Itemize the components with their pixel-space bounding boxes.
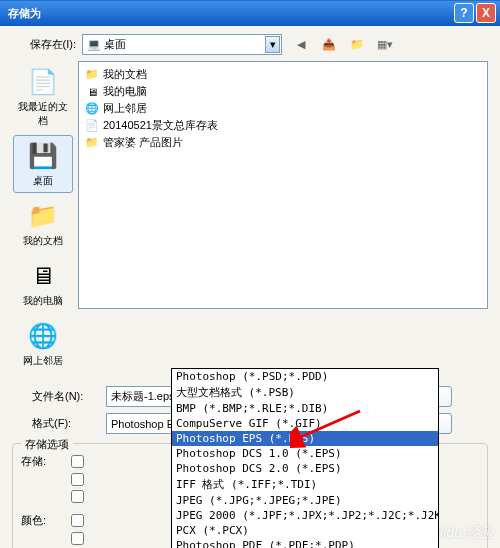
sidebar-item-network[interactable]: 🌐网上邻居 [13, 315, 73, 373]
format-option[interactable]: Photoshop EPS (*.EPS) [172, 431, 438, 446]
network-icon: 🌐 [85, 102, 99, 116]
window-title: 存储为 [4, 6, 452, 21]
sidebar-item-desktop[interactable]: 💾桌面 [13, 135, 73, 193]
format-option[interactable]: Photoshop (*.PSD;*.PDD) [172, 369, 438, 384]
main-area: 📄我最近的文档 💾桌面 📁我的文档 🖥我的电脑 🌐网上邻居 📁我的文档 🖥我的电… [12, 61, 488, 373]
save-in-value: 桌面 [104, 37, 126, 52]
computer-icon: 🖥 [85, 85, 99, 99]
list-item[interactable]: 📁我的文档 [83, 66, 483, 83]
format-option[interactable]: Photoshop DCS 2.0 (*.EPS) [172, 461, 438, 476]
up-button[interactable]: 📤 [320, 36, 338, 54]
store-checkbox-3[interactable] [71, 473, 84, 486]
list-item[interactable]: 📄20140521景文总库存表 [83, 117, 483, 134]
format-option[interactable]: Photoshop PDF (*.PDF;*.PDP) [172, 538, 438, 548]
save-in-combo[interactable]: 💻 桌面 ▾ [82, 34, 282, 55]
dialog-body: 保存在(I): 💻 桌面 ▾ ◀ 📤 📁 ▦▾ 📄我最近的文档 💾桌面 📁我的文… [0, 26, 500, 548]
format-option[interactable]: CompuServe GIF (*.GIF) [172, 416, 438, 431]
view-menu-button[interactable]: ▦▾ [376, 36, 394, 54]
desktop-icon: 💻 [87, 38, 101, 51]
chevron-down-icon[interactable]: ▾ [265, 36, 280, 53]
list-item[interactable]: 🌐网上邻居 [83, 100, 483, 117]
store-checkbox-1[interactable] [71, 455, 84, 468]
toolbar: ◀ 📤 📁 ▦▾ [292, 36, 394, 54]
places-sidebar: 📄我最近的文档 💾桌面 📁我的文档 🖥我的电脑 🌐网上邻居 [12, 61, 74, 373]
store-label: 存储: [21, 454, 65, 469]
folder-icon: 📁 [27, 200, 59, 232]
format-dropdown-list[interactable]: Photoshop (*.PSD;*.PDD)大型文档格式 (*.PSB)BMP… [171, 368, 439, 548]
options-legend: 存储选项 [21, 437, 73, 452]
recent-docs-icon: 📄 [27, 66, 59, 98]
format-option[interactable]: IFF 格式 (*.IFF;*.TDI) [172, 476, 438, 493]
format-label: 格式(F): [12, 416, 106, 431]
color-label: 颜色: [21, 513, 65, 528]
file-list[interactable]: 📁我的文档 🖥我的电脑 🌐网上邻居 📄20140521景文总库存表 📁管家婆 产… [78, 61, 488, 309]
format-option[interactable]: PCX (*.PCX) [172, 523, 438, 538]
file-icon: 📄 [85, 119, 99, 133]
desktop-icon: 💾 [27, 140, 59, 172]
color-checkbox-2[interactable] [71, 532, 84, 545]
filename-value: 未标题-1.eps [111, 389, 175, 404]
color-checkbox-1[interactable] [71, 514, 84, 527]
sidebar-item-mycomputer[interactable]: 🖥我的电脑 [13, 255, 73, 313]
format-option[interactable]: Photoshop DCS 1.0 (*.EPS) [172, 446, 438, 461]
format-option[interactable]: JPEG 2000 (*.JPF;*.JPX;*.JP2;*.J2C;*.J2K… [172, 508, 438, 523]
close-button[interactable]: X [476, 3, 496, 23]
computer-icon: 🖥 [27, 260, 59, 292]
filename-label: 文件名(N): [12, 389, 106, 404]
list-item[interactable]: 📁管家婆 产品图片 [83, 134, 483, 151]
help-button[interactable]: ? [454, 3, 474, 23]
list-item[interactable]: 🖥我的电脑 [83, 83, 483, 100]
sidebar-item-mydocs[interactable]: 📁我的文档 [13, 195, 73, 253]
folder-icon: 📁 [85, 68, 99, 82]
folder-icon: 📁 [85, 136, 99, 150]
format-option[interactable]: JPEG (*.JPG;*.JPEG;*.JPE) [172, 493, 438, 508]
new-folder-button[interactable]: 📁 [348, 36, 366, 54]
save-in-label: 保存在(I): [12, 37, 82, 52]
title-bar: 存储为 ? X [0, 0, 500, 26]
format-option[interactable]: 大型文档格式 (*.PSB) [172, 384, 438, 401]
back-button[interactable]: ◀ [292, 36, 310, 54]
format-option[interactable]: BMP (*.BMP;*.RLE;*.DIB) [172, 401, 438, 416]
sidebar-item-recent[interactable]: 📄我最近的文档 [13, 61, 73, 133]
network-icon: 🌐 [27, 320, 59, 352]
store-checkbox-4[interactable] [71, 490, 84, 503]
save-in-row: 保存在(I): 💻 桌面 ▾ ◀ 📤 📁 ▦▾ [12, 34, 488, 55]
